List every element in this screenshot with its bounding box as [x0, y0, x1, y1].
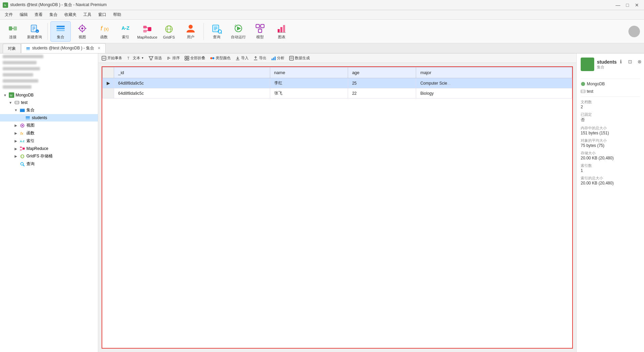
right-panel-subtitle: 集合	[597, 65, 617, 70]
menu-window[interactable]: 窗口	[95, 10, 110, 19]
tab-students[interactable]: students @test (MongoDB ) - 集合 ✕	[21, 43, 106, 53]
expand-mongodb-icon: ▼	[3, 93, 7, 97]
cell-name-2[interactable]: 张飞	[270, 88, 348, 98]
svg-line-72	[23, 165, 24, 166]
svg-text:f: f	[101, 25, 103, 32]
table-row[interactable]: ▶ 64d8f8da9c5c 李红 25 Computer Scie...	[103, 78, 572, 88]
export-button[interactable]: 导出	[251, 55, 269, 61]
svg-point-31	[189, 25, 193, 29]
right-panel-header: students 集合	[581, 58, 617, 71]
user-button[interactable]: 用户	[180, 21, 201, 42]
svg-point-71	[21, 162, 23, 165]
cell-age-1[interactable]: 25	[348, 78, 416, 88]
func-button[interactable]: f (x) 函数	[94, 21, 114, 42]
svg-rect-59	[26, 119, 30, 120]
chart-icon	[276, 23, 287, 34]
connect-icon	[7, 23, 18, 34]
collection-button[interactable]: 集合	[50, 21, 71, 42]
stat-value: 2	[581, 105, 640, 109]
cell-age-2[interactable]: 22	[348, 88, 416, 98]
menu-file[interactable]: 文件	[1, 10, 16, 19]
maximize-button[interactable]: □	[623, 2, 632, 8]
expand-funcs-icon: ▶	[14, 131, 18, 136]
sidebar-item-mongodb[interactable]: ▼ M MongoDB	[0, 91, 98, 99]
autorun-button[interactable]: 自动运行	[228, 21, 249, 42]
sidebar-item-collections[interactable]: ▼ 集合	[0, 106, 98, 114]
svg-marker-76	[149, 57, 153, 60]
col-header-name[interactable]: name	[270, 67, 348, 78]
text-button[interactable]: T 文本 ▼	[125, 55, 146, 61]
sidebar-item-queries[interactable]: 查询	[0, 160, 98, 168]
menu-edit[interactable]: 编辑	[16, 10, 31, 19]
mongodb-icon: M	[9, 92, 14, 98]
collection-label: 集合	[57, 35, 64, 40]
export-icon	[253, 56, 258, 61]
cell-major-2[interactable]: Biology	[416, 88, 572, 98]
cell-id-1[interactable]: 64d8f8da9c5c	[114, 78, 270, 88]
type-color-button[interactable]: 类型颜色	[208, 55, 233, 61]
sidebar-item-gridfs[interactable]: ▶ GridFS 存储桶	[0, 152, 98, 160]
pin-button[interactable]: ⊡	[626, 58, 634, 66]
table-row[interactable]: 64d8f8da9c5c 张飞 22 Biology	[103, 88, 572, 98]
text-icon: T	[127, 56, 132, 61]
connect-button[interactable]: 连接	[3, 21, 23, 42]
menu-favorites[interactable]: 收藏夹	[61, 10, 80, 19]
view-button[interactable]: 视图	[72, 21, 92, 42]
user-avatar[interactable]	[628, 26, 640, 37]
gridfs-button[interactable]: GridFS	[159, 21, 179, 42]
sidebar-item-indexes[interactable]: ▶ A-Z 索引	[0, 137, 98, 145]
sidebar-item-test[interactable]: ▼ test	[0, 99, 98, 106]
query-icon	[211, 23, 222, 34]
cell-major-1[interactable]: Computer Scie...	[416, 78, 572, 88]
filter-button[interactable]: 筛选	[147, 55, 164, 61]
minimize-button[interactable]: —	[614, 2, 622, 8]
import-label: 导入	[241, 56, 249, 61]
sort-button[interactable]: 排序	[165, 55, 182, 61]
query-button[interactable]: 查询	[207, 21, 227, 42]
sidebar-item-students[interactable]: students	[0, 114, 98, 122]
collapse-button[interactable]: 全部折叠	[183, 55, 207, 61]
index-button[interactable]: A-Z 索引	[115, 21, 136, 42]
indexes-icon: A-Z	[20, 138, 25, 144]
mapreduce-button[interactable]: MapReduce	[137, 21, 157, 42]
stat-label: 存储大小	[581, 151, 640, 156]
sidebar-item-views[interactable]: ▶ 视图	[0, 122, 98, 129]
cell-name-1[interactable]: 李红	[270, 78, 348, 88]
col-header-id[interactable]: _id	[114, 67, 270, 78]
data-gen-button[interactable]: 数据生成	[287, 55, 312, 61]
text-dropdown-icon: ▼	[141, 57, 144, 60]
begin-tx-button[interactable]: 开始事务	[100, 55, 124, 61]
analyze-button[interactable]: 分析	[269, 55, 286, 61]
user-label: 用户	[187, 35, 194, 40]
toolbar-sep-2	[203, 23, 204, 40]
svg-rect-24	[143, 30, 147, 32]
sidebar-item-mapreduce[interactable]: ▶ MapReduce	[0, 145, 98, 152]
tab-objects[interactable]: 对象	[3, 44, 21, 53]
col-header-age[interactable]: age	[348, 67, 416, 78]
tab-close-icon[interactable]: ✕	[98, 46, 101, 50]
menu-help[interactable]: 帮助	[110, 10, 125, 19]
schema-icon	[581, 89, 585, 94]
sidebar-mapreduce-label: MapReduce	[26, 146, 48, 151]
chart-button[interactable]: 图表	[272, 21, 292, 42]
info-button[interactable]: ℹ	[617, 58, 625, 66]
model-button[interactable]: 模型	[250, 21, 270, 42]
import-button[interactable]: 导入	[233, 55, 251, 61]
stat-value: 20.00 KB (20,480)	[581, 156, 640, 160]
menu-collection[interactable]: 集合	[46, 10, 61, 19]
queries-icon	[20, 161, 25, 167]
stat-label: 内存中的总大小	[581, 126, 640, 131]
sidebar-item-funcs[interactable]: ▶ fx 函数	[0, 129, 98, 137]
new-query-button[interactable]: + 新建查询	[24, 21, 45, 42]
close-button[interactable]: ✕	[632, 2, 641, 8]
menu-tools[interactable]: 工具	[80, 10, 95, 19]
right-panel: students 集合 ℹ ⊡ ⊗ MongoDB test	[576, 53, 644, 352]
refresh-button[interactable]: ⊗	[636, 58, 644, 66]
cell-id-2[interactable]: 64d8f8da9c5c	[114, 88, 270, 98]
sidebar-mongodb-label: MongoDB	[16, 93, 34, 97]
row-indicator-header	[103, 67, 114, 78]
svg-rect-23	[143, 26, 147, 28]
menu-view[interactable]: 查看	[31, 10, 46, 19]
col-header-major[interactable]: major	[416, 67, 572, 78]
students-tree-spacer	[19, 115, 24, 120]
